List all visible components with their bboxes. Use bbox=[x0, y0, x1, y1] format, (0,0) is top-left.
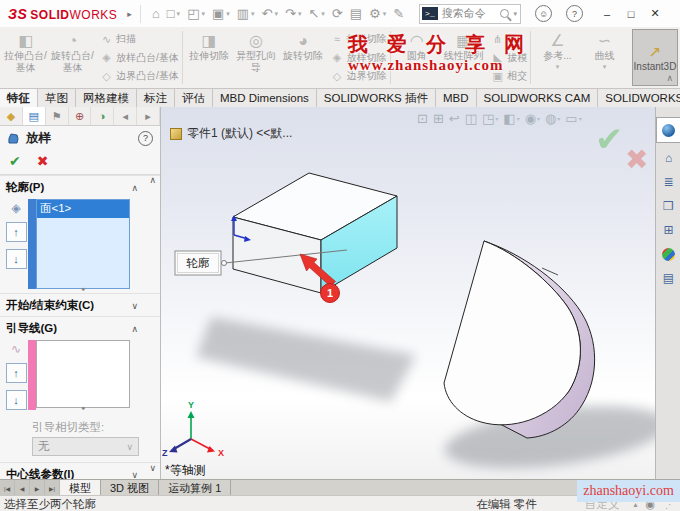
search-input[interactable]: >_ 搜索命令 ▾ bbox=[419, 4, 521, 24]
file-explorer-icon[interactable]: ❒ bbox=[658, 197, 679, 215]
resources-icon[interactable] bbox=[656, 117, 680, 143]
search-caret-icon[interactable]: ▾ bbox=[514, 10, 518, 18]
move-up-button[interactable]: ↑ bbox=[6, 222, 27, 242]
move-down-button[interactable]: ↓ bbox=[6, 249, 27, 269]
undo-icon[interactable]: ↶▾ bbox=[259, 4, 281, 24]
open-file-icon[interactable]: ◰▾ bbox=[184, 4, 208, 24]
profiles-section-header[interactable]: 轮廓(P) ∧ bbox=[0, 175, 160, 198]
apps-icon[interactable]: ✎ bbox=[390, 4, 407, 24]
ribbon-button[interactable]: ∽曲线▾ bbox=[581, 29, 628, 86]
command-tab[interactable]: MBD bbox=[435, 88, 477, 107]
loft-icon bbox=[7, 132, 20, 145]
document-tab[interactable]: 3D 视图 bbox=[101, 480, 159, 496]
command-tab[interactable]: 草图 bbox=[37, 88, 76, 107]
disc-front-face[interactable] bbox=[444, 241, 580, 425]
cancel-button[interactable]: ✖ bbox=[37, 153, 49, 169]
ribbon-button[interactable]: ◔旋转凸台/基体 bbox=[49, 29, 96, 86]
view-orientation-label: *等轴测 bbox=[165, 463, 206, 477]
ok-button[interactable]: ✔ bbox=[9, 153, 21, 169]
ribbon-button[interactable]: ◧拉伸凸台/基体 bbox=[2, 29, 49, 86]
print-icon[interactable]: ▥▾ bbox=[234, 4, 258, 24]
new-file-icon[interactable]: □▾ bbox=[164, 4, 183, 24]
featuremanager-tab[interactable]: ◆ bbox=[0, 107, 23, 125]
dimxpertmanager-tab[interactable]: ⊕ bbox=[69, 107, 92, 125]
tab-scroll-left[interactable]: ◂ bbox=[114, 107, 137, 125]
expand-icon[interactable]: ∨ bbox=[131, 301, 138, 311]
command-tab[interactable]: MBD Dimensions bbox=[212, 88, 317, 107]
panel-scroll-down-icon[interactable]: ∨ bbox=[149, 463, 156, 473]
document-tabs: 模型3D 视图运动算例 1 bbox=[60, 480, 231, 496]
command-tab[interactable]: SOLIDWORKS CAM TBM bbox=[597, 88, 680, 107]
property-manager-panel: ◆▤⚑⊕◑◂▸ 放样 ? ✔ ✖ 轮廓(P) ∧ ◈ ↑ bbox=[0, 107, 161, 479]
search-icon[interactable] bbox=[500, 9, 509, 18]
tab-nav-icon[interactable]: ◀ bbox=[15, 480, 30, 496]
propertymanager-tab[interactable]: ▤ bbox=[23, 107, 46, 125]
redo-icon[interactable]: ↷▾ bbox=[282, 4, 304, 24]
profiles-listbox[interactable]: 面<1> ● bbox=[36, 199, 130, 289]
tab-scroll-right[interactable]: ▸ bbox=[137, 107, 160, 125]
displaymanager-tab[interactable]: ◑ bbox=[91, 107, 114, 125]
appearances-icon[interactable] bbox=[658, 245, 679, 263]
command-tab[interactable]: SOLIDWORKS 插件 bbox=[316, 88, 436, 107]
document-tab[interactable]: 运动算例 1 bbox=[159, 480, 231, 496]
custom-properties-icon[interactable]: ▤ bbox=[658, 269, 679, 287]
watermark-overlay: 我 爱 分 享 网 www.zhanshaoyi.com bbox=[348, 32, 531, 74]
guide-curves-listbox[interactable]: ● bbox=[36, 340, 130, 408]
view-palette-icon[interactable]: ⊞ bbox=[658, 221, 679, 239]
graphics-area[interactable]: ⊡⊞↩◫◳▾◧▾◉▾◍▾▭▾ 零件1 (默认) <<默... ✔ ✖ bbox=[161, 107, 655, 479]
collapse-icon[interactable]: ∧ bbox=[131, 183, 138, 193]
solidworks-logo: ЗS SOLID WORKS bbox=[8, 6, 117, 22]
maximize-button[interactable]: □ bbox=[619, 1, 643, 27]
ribbon-button[interactable]: ◇边界凸台/基体 bbox=[100, 68, 179, 84]
pm-help-icon[interactable]: ? bbox=[138, 131, 153, 146]
title-bar: ЗS SOLID WORKS ▸ ⌂□▾◰▾▣▾▥▾↶▾↷▾↖▾⟳▤⚙▾✎ >_… bbox=[0, 0, 680, 28]
file-properties-icon[interactable]: ▤ bbox=[347, 4, 365, 24]
ribbon-button[interactable]: ∿扫描 bbox=[100, 31, 179, 47]
move-up-button[interactable]: ↑ bbox=[6, 363, 27, 383]
watermark-badge: zhanshaoyi.com bbox=[577, 480, 680, 502]
guide-curves-section-header[interactable]: 引导线(G) ∧ bbox=[0, 316, 160, 339]
main-area: ◆▤⚑⊕◑◂▸ 放样 ? ✔ ✖ 轮廓(P) ∧ ◈ ↑ bbox=[0, 107, 680, 479]
command-tab[interactable]: 网格建模 bbox=[75, 88, 137, 107]
panel-scroll-up-icon[interactable]: ∧ bbox=[149, 175, 156, 185]
tab-nav-icon[interactable]: ▶ bbox=[30, 480, 45, 496]
disc-model[interactable] bbox=[444, 241, 595, 438]
ribbon-button[interactable]: ∠参考...▾ bbox=[534, 29, 581, 86]
guide-curves-icon: ∿ bbox=[11, 342, 21, 356]
menu-expand-icon[interactable]: ▸ bbox=[127, 9, 132, 19]
command-tab[interactable]: 标注 bbox=[136, 88, 175, 107]
home-pane-icon[interactable]: ⌂ bbox=[658, 149, 679, 167]
command-tab[interactable]: 特征 bbox=[0, 88, 38, 107]
ribbon-button[interactable]: ◕旋转切除 bbox=[280, 29, 327, 86]
command-tab[interactable]: SOLIDWORKS CAM bbox=[476, 88, 599, 107]
ribbon-button[interactable]: ◎异型孔向导 bbox=[233, 29, 280, 86]
search-type-icon[interactable]: >_ bbox=[422, 7, 438, 20]
help-icon[interactable]: ? bbox=[566, 5, 583, 22]
start-end-section-header[interactable]: 开始/结束约束(C) ∨ bbox=[0, 293, 160, 316]
home-icon[interactable]: ⌂ bbox=[149, 4, 163, 24]
rebuild-icon[interactable]: ⟳ bbox=[329, 4, 346, 24]
tab-nav-icon[interactable]: ▶| bbox=[45, 480, 60, 496]
profile-item[interactable]: 面<1> bbox=[37, 200, 129, 218]
save-icon[interactable]: ▣▾ bbox=[209, 4, 233, 24]
options-icon[interactable]: ⚙▾ bbox=[366, 4, 389, 24]
profiles-icon: ◈ bbox=[11, 201, 20, 215]
move-down-button[interactable]: ↓ bbox=[6, 390, 27, 410]
command-tab[interactable]: 评估 bbox=[174, 88, 213, 107]
slab-model[interactable] bbox=[233, 173, 397, 293]
minimize-button[interactable]: – bbox=[595, 1, 619, 27]
guide-tangency-select[interactable]: 无 ∨ bbox=[32, 437, 139, 456]
ribbon-button[interactable]: ◈放样凸台/基体 bbox=[100, 50, 179, 66]
close-button[interactable]: ✕ bbox=[643, 1, 667, 27]
document-tab[interactable]: 模型 bbox=[60, 480, 101, 496]
ribbon-collapse-icon[interactable]: ∧ bbox=[666, 73, 673, 83]
expand-icon[interactable]: ∨ bbox=[131, 470, 138, 480]
select-icon[interactable]: ↖▾ bbox=[305, 4, 327, 24]
collapse-icon[interactable]: ∧ bbox=[131, 324, 138, 334]
editing-mode-label: 在编辑 零件 bbox=[476, 497, 537, 511]
tab-nav-icon[interactable]: |◀ bbox=[0, 480, 15, 496]
configurationmanager-tab[interactable]: ⚑ bbox=[46, 107, 69, 125]
ribbon-button[interactable]: ◨拉伸切除 bbox=[186, 29, 233, 86]
design-library-icon[interactable]: ≣ bbox=[658, 173, 679, 191]
user-account-icon[interactable]: ☺ bbox=[535, 5, 552, 22]
